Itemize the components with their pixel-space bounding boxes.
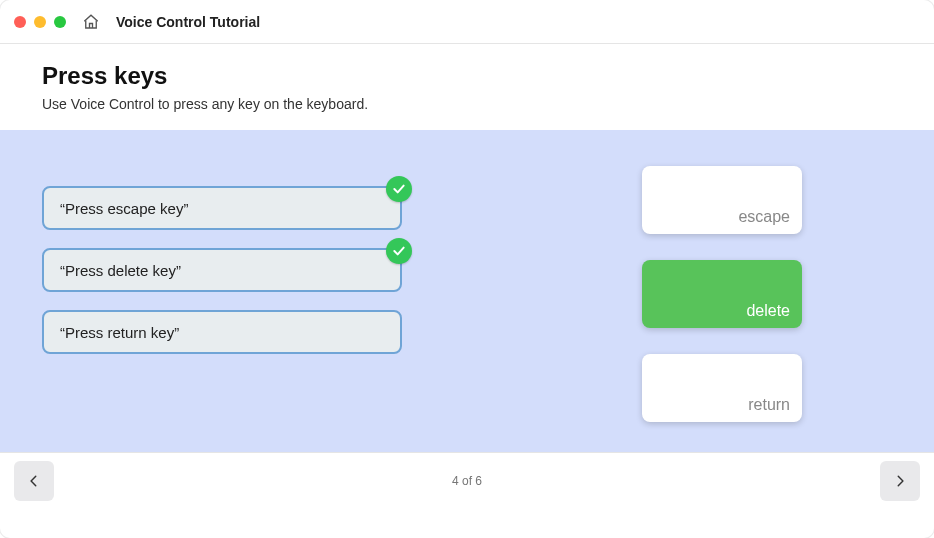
command-label: “Press escape key” (60, 200, 188, 217)
page-indicator: 4 of 6 (452, 474, 482, 488)
titlebar: Voice Control Tutorial (0, 0, 934, 44)
page-title: Press keys (42, 62, 892, 90)
command-item-return: “Press return key” (42, 310, 402, 354)
chevron-left-icon (27, 471, 41, 491)
close-window-button[interactable] (14, 16, 26, 28)
key-escape: escape (642, 166, 802, 234)
command-label: “Press delete key” (60, 262, 181, 279)
command-list: “Press escape key” “Press delete key” “P… (42, 186, 402, 354)
page-subtitle: Use Voice Control to press any key on th… (42, 96, 892, 112)
key-label: delete (746, 302, 790, 320)
minimize-window-button[interactable] (34, 16, 46, 28)
next-button[interactable] (880, 461, 920, 501)
fullscreen-window-button[interactable] (54, 16, 66, 28)
page-header: Press keys Use Voice Control to press an… (0, 44, 934, 130)
key-return: return (642, 354, 802, 422)
command-item-escape: “Press escape key” (42, 186, 402, 230)
tutorial-panel: “Press escape key” “Press delete key” “P… (0, 130, 934, 452)
window-controls (14, 16, 66, 28)
command-label: “Press return key” (60, 324, 179, 341)
key-delete: delete (642, 260, 802, 328)
command-item-delete: “Press delete key” (42, 248, 402, 292)
checkmark-icon (386, 176, 412, 202)
keyboard-keys: escape delete return (642, 166, 802, 422)
footer-bar: 4 of 6 (0, 452, 934, 508)
window-title: Voice Control Tutorial (116, 14, 260, 30)
key-label: escape (738, 208, 790, 226)
checkmark-icon (386, 238, 412, 264)
home-icon[interactable] (82, 13, 100, 31)
chevron-right-icon (893, 471, 907, 491)
previous-button[interactable] (14, 461, 54, 501)
key-label: return (748, 396, 790, 414)
